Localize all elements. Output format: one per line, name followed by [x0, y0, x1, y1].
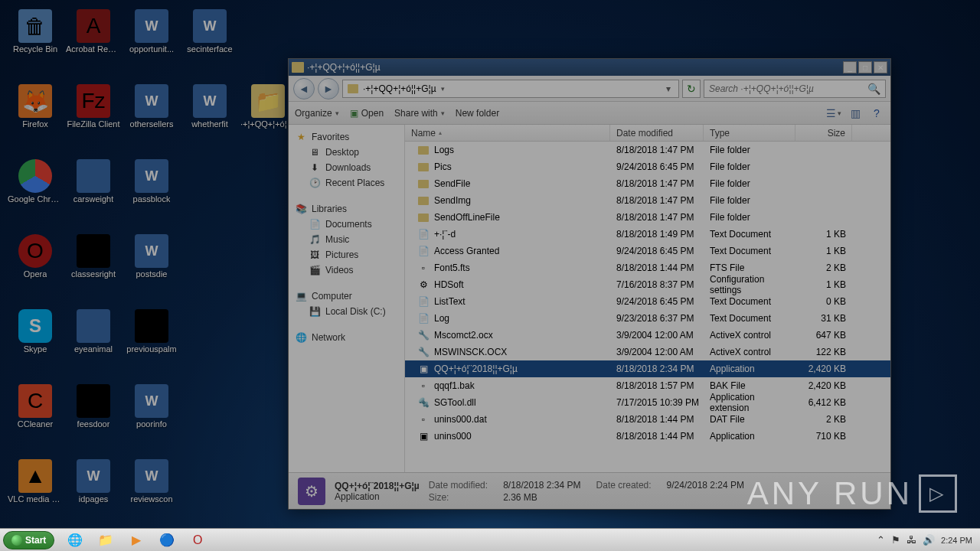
desktop-icon[interactable]: AAcrobat Reader DC: [64, 6, 122, 77]
desktop-icon[interactable]: feesdoor: [64, 381, 122, 452]
desktop-icon[interactable]: classesright: [64, 231, 122, 302]
file-row[interactable]: 🔧MSWINSCK.OCX 3/9/2004 12:00 AM ActiveX …: [405, 344, 890, 360]
share-button[interactable]: Share with▾: [394, 108, 445, 119]
desktop-icon[interactable]: SSkype: [6, 306, 64, 377]
refresh-button[interactable]: ↻: [682, 80, 701, 98]
volume-icon[interactable]: 🔊: [923, 534, 935, 546]
sidebar-item-localdisk[interactable]: 💾Local Disk (C:): [292, 304, 401, 319]
computer-header[interactable]: 💻Computer: [292, 289, 401, 304]
view-button[interactable]: ☰▾: [826, 106, 841, 121]
navigation-pane: ★Favorites 🖥Desktop ⬇Downloads 🕑Recent P…: [289, 125, 405, 472]
preview-button[interactable]: ▥: [848, 106, 863, 121]
address-dropdown[interactable]: ▾: [663, 83, 674, 94]
taskbar-explorer[interactable]: 📁: [91, 531, 120, 549]
sidebar-item-music[interactable]: 🎵Music: [292, 232, 401, 247]
network-tray-icon[interactable]: 🖧: [906, 534, 916, 546]
search-field[interactable]: 🔍: [704, 80, 886, 98]
file-size: 6,412 KB: [795, 397, 852, 408]
sidebar-item-desktop[interactable]: 🖥Desktop: [292, 145, 401, 160]
sidebar-item-documents[interactable]: 📄Documents: [292, 217, 401, 232]
desktop-icon[interactable]: Wopportunit...: [122, 6, 181, 77]
taskbar-chrome[interactable]: 🔵: [152, 531, 181, 549]
help-button[interactable]: ?: [869, 106, 884, 121]
file-row[interactable]: Pics 9/24/2018 6:45 PM File folder: [405, 158, 890, 175]
file-row[interactable]: ▫qqqf1.bak 8/18/2018 1:57 PM BAK File 2,…: [405, 377, 890, 394]
column-type[interactable]: Type: [704, 125, 795, 141]
desktop-icon[interactable]: Wpassblock: [122, 156, 181, 227]
desktop-icon[interactable]: Wreviewscon: [122, 456, 181, 527]
desktop-icon[interactable]: Wwhetherfit: [181, 81, 239, 152]
flag-icon[interactable]: ⚑: [891, 534, 900, 546]
sidebar-item-videos[interactable]: 🎬Videos: [292, 262, 401, 278]
desktop-icon[interactable]: carsweight: [64, 156, 122, 227]
desktop-icon[interactable]: Google Chrome: [6, 156, 64, 227]
desktop-icon[interactable]: ▲VLC media player: [6, 456, 64, 527]
app-icon: C: [18, 384, 52, 418]
desktop-icon[interactable]: Wsecinterface: [181, 6, 239, 77]
txt-icon: 📄: [417, 245, 430, 257]
file-date: 3/9/2004 12:00 AM: [610, 330, 704, 341]
desktop-icon[interactable]: previouspalm: [122, 306, 181, 377]
open-button[interactable]: ▣Open: [350, 108, 384, 119]
file-row[interactable]: 📄Access Granted 9/24/2018 6:45 PM Text D…: [405, 243, 890, 259]
column-size[interactable]: Size: [795, 125, 852, 141]
maximize-button[interactable]: □: [858, 61, 872, 73]
file-row[interactable]: 📄+·¦¨-d 8/18/2018 1:49 PM Text Document …: [405, 226, 890, 243]
forward-button[interactable]: ►: [318, 78, 339, 99]
address-field[interactable]: ·+¦+QQ+¦+ó¦¦+G¦µ ▾ ▾: [342, 80, 679, 98]
desktop-icon[interactable]: Widpages: [64, 456, 122, 527]
file-row[interactable]: ⚙HDSoft 7/16/2018 8:37 PM Configuration …: [405, 276, 890, 293]
desktop-icon[interactable]: 🦊Firefox: [6, 81, 64, 152]
taskbar-ie[interactable]: 🌐: [60, 531, 90, 549]
taskbar-opera[interactable]: O: [183, 531, 212, 549]
file-row[interactable]: SendFile 8/18/2018 1:47 PM File folder: [405, 175, 890, 192]
search-input[interactable]: [709, 83, 867, 94]
desktop-icon[interactable]: Wpostsdie: [122, 231, 181, 302]
column-name[interactable]: Name▴: [405, 125, 610, 141]
icon-label: classesright: [71, 269, 116, 279]
file-row[interactable]: 📄Log 9/23/2018 6:37 PM Text Document 31 …: [405, 310, 890, 327]
organize-button[interactable]: Organize▾: [295, 108, 339, 119]
sidebar-item-recent[interactable]: 🕑Recent Places: [292, 175, 401, 191]
start-button[interactable]: Start: [3, 531, 54, 549]
music-icon: 🎵: [309, 233, 321, 246]
file-name: Logs: [434, 145, 454, 155]
sidebar-item-pictures[interactable]: 🖼Pictures: [292, 247, 401, 262]
file-row[interactable]: SendImg 8/18/2018 1:47 PM File folder: [405, 192, 890, 209]
app-icon: W: [135, 9, 168, 43]
desktop-icon[interactable]: Wpoorinfo: [122, 381, 181, 452]
newfolder-button[interactable]: New folder: [456, 108, 499, 119]
file-type: Configuration settings: [704, 274, 795, 295]
file-type: Text Document: [704, 229, 795, 240]
minimize-button[interactable]: _: [843, 61, 857, 73]
back-button[interactable]: ◄: [293, 78, 315, 99]
file-row[interactable]: ▣unins000 8/18/2018 1:44 PM Application …: [405, 428, 890, 445]
close-button[interactable]: ✕: [874, 61, 887, 73]
titlebar[interactable]: ·+¦+QQ+¦+ó¦¦+G¦µ _ □ ✕: [289, 59, 890, 76]
taskbar-vlc[interactable]: ▶: [122, 531, 151, 549]
desktop-icon[interactable]: CCCleaner: [6, 381, 64, 452]
file-row[interactable]: 🔩SGTool.dll 7/17/2015 10:39 PM Applicati…: [405, 394, 890, 411]
tray-expand-icon[interactable]: ⌃: [877, 534, 885, 546]
desktop-icon[interactable]: FzFileZilla Client: [64, 81, 122, 152]
favorites-header[interactable]: ★Favorites: [292, 129, 401, 145]
network-header[interactable]: 🌐Network: [292, 330, 401, 345]
desktop-icon[interactable]: 🗑Recycle Bin: [6, 6, 64, 77]
file-row[interactable]: Logs 8/18/2018 1:47 PM File folder: [405, 142, 890, 158]
file-row[interactable]: SendOffLineFile 8/18/2018 1:47 PM File f…: [405, 209, 890, 226]
file-row[interactable]: ▫unins000.dat 8/18/2018 1:44 PM DAT File…: [405, 411, 890, 428]
desktop-icon[interactable]: Wothersellers: [122, 81, 181, 152]
search-icon[interactable]: 🔍: [867, 83, 880, 95]
file-row[interactable]: ▣QQ+¦+ó¦¨2018¦¦+G¦µ 8/18/2018 2:34 PM Ap…: [405, 360, 890, 377]
sidebar-item-downloads[interactable]: ⬇Downloads: [292, 160, 401, 175]
file-row[interactable]: 🔧Mscomct2.ocx 3/9/2004 12:00 AM ActiveX …: [405, 327, 890, 344]
file-row[interactable]: 📄ListText 9/24/2018 6:45 PM Text Documen…: [405, 293, 890, 310]
file-row[interactable]: ▫Font5.fts 8/18/2018 1:44 PM FTS File 2 …: [405, 259, 890, 276]
column-date[interactable]: Date modified: [610, 125, 704, 141]
taskbar-clock[interactable]: 2:24 PM: [941, 536, 972, 545]
folder-icon: [417, 194, 430, 207]
desktop-icon[interactable]: eyeanimal: [64, 306, 122, 377]
file-list[interactable]: Logs 8/18/2018 1:47 PM File folder Pics …: [405, 142, 890, 472]
desktop-icon[interactable]: OOpera: [6, 231, 64, 302]
libraries-header[interactable]: 📚Libraries: [292, 201, 401, 217]
